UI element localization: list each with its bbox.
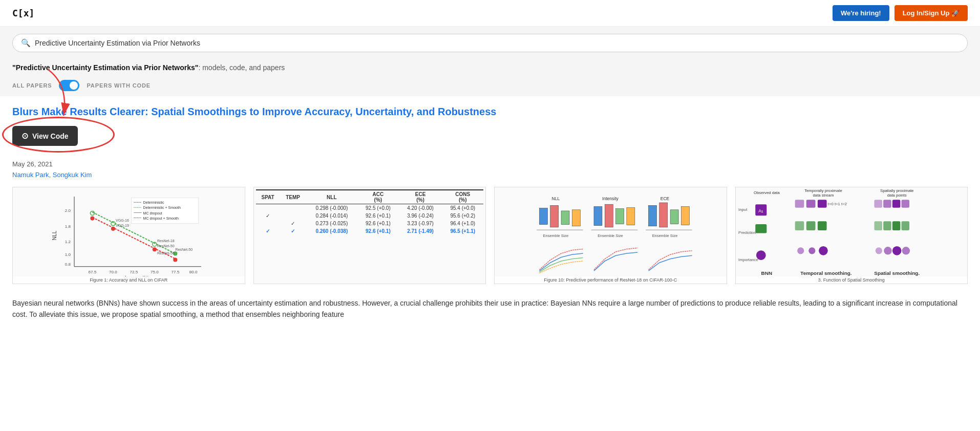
paper-abstract: Bayesian neural networks (BNNs) have sho… [12, 292, 968, 320]
header-buttons: We're hiring! Log In/Sign Up 🚀 [833, 5, 968, 21]
table-row: ✓ 0.273 (-0.025) 92.6 (+0.1) 3.23 (-0.97… [256, 220, 484, 227]
svg-text:Ensemble Size: Ensemble Size [543, 233, 569, 238]
view-code-button[interactable]: ⊙ View Code [12, 126, 78, 146]
svg-point-94 [884, 247, 891, 254]
svg-point-20 [90, 217, 94, 221]
fig3-caption: Figure 10: Predictive performance of Res… [495, 276, 727, 284]
hiring-button[interactable]: We're hiring! [833, 5, 889, 21]
svg-text:data stream: data stream [813, 193, 834, 198]
col-acc: ACC(%) [357, 190, 399, 204]
fig4-caption: 3. Function of Spatial Smoothing [736, 276, 968, 284]
svg-text:Ensemble Size: Ensemble Size [598, 233, 623, 238]
svg-rect-49 [627, 208, 635, 225]
svg-text:72.5: 72.5 [130, 270, 138, 274]
table-row: 0.298 (-0.000) 92.5 (+0.0) 4.20 (-0.00) … [256, 204, 484, 212]
svg-text:67.5: 67.5 [89, 270, 97, 274]
svg-rect-86 [883, 221, 891, 230]
svg-text:2.0: 2.0 [65, 208, 71, 213]
svg-text:NLL: NLL [552, 196, 560, 201]
svg-text:ResNet-18: ResNet-18 [157, 239, 175, 243]
svg-text:Deterministic: Deterministic [143, 201, 164, 205]
svg-rect-45 [572, 210, 581, 226]
col-nll: NLL [306, 190, 358, 204]
filter-row: ALL PAPERS PAPERS WITH CODE [0, 75, 980, 96]
svg-text:80.0: 80.0 [189, 270, 198, 274]
search-input[interactable] [35, 39, 959, 47]
svg-text:A₁: A₁ [758, 208, 763, 213]
svg-rect-77 [901, 200, 909, 207]
logo: C[x] [12, 8, 34, 18]
svg-point-21 [111, 227, 115, 231]
svg-text:Prediction: Prediction [738, 230, 756, 235]
svg-rect-87 [892, 221, 900, 230]
svg-text:Spatial smoothing.: Spatial smoothing. [874, 270, 920, 276]
svg-point-93 [875, 247, 882, 254]
svg-point-89 [756, 251, 765, 260]
svg-rect-42 [540, 208, 548, 225]
svg-rect-81 [755, 224, 766, 233]
svg-rect-85 [874, 221, 882, 230]
svg-point-95 [892, 246, 901, 255]
svg-text:77.5: 77.5 [171, 270, 179, 274]
svg-rect-51 [659, 203, 668, 227]
svg-rect-75 [883, 200, 891, 207]
svg-text:75.0: 75.0 [151, 270, 159, 274]
svg-text:MC dropout: MC dropout [143, 211, 162, 216]
svg-point-22 [153, 247, 157, 251]
col-ece: ECE(%) [399, 190, 442, 204]
search-icon: 🔍 [21, 38, 31, 48]
col-temp: TEMP [280, 190, 306, 204]
figure-3: NLL Intensity ECE [494, 187, 727, 284]
paper-date: May 26, 2021 [12, 160, 968, 168]
svg-text:1.2: 1.2 [65, 240, 71, 244]
svg-rect-70 [795, 200, 804, 207]
svg-text:Temporally proximate: Temporally proximate [804, 188, 842, 193]
figure-4: Observed data Temporally proximate data … [735, 187, 968, 284]
svg-text:1.0: 1.0 [65, 252, 71, 257]
svg-text:VGG-19: VGG-19 [116, 224, 129, 228]
login-button[interactable]: Log In/Sign Up 🚀 [894, 5, 968, 21]
col-spat: SPAT [256, 190, 280, 204]
svg-rect-88 [901, 221, 909, 230]
svg-rect-52 [670, 210, 678, 224]
svg-text:0.8: 0.8 [65, 262, 71, 267]
query-rest: : models, code, and papers [198, 63, 285, 72]
paper-authors[interactable]: Namuk Park, Songkuk Kim [12, 171, 968, 179]
svg-text:ResNet-50: ResNet-50 [175, 248, 193, 252]
papers-with-code-toggle[interactable] [59, 80, 79, 91]
svg-text:1.8: 1.8 [65, 224, 71, 229]
svg-text:t=0  t=1  t=2: t=0 t=1 t=2 [827, 202, 846, 206]
svg-text:Temporal smoothing.: Temporal smoothing. [800, 270, 852, 276]
table-row: ✓ 0.284 (-0.014) 92.6 (+0.1) 3.96 (-0.24… [256, 212, 484, 220]
svg-rect-83 [806, 221, 815, 230]
fig4-diagram: Observed data Temporally proximate data … [736, 187, 968, 284]
figure-2: SPAT TEMP NLL ACC(%) ECE(%) CONS(%) 0. [253, 187, 486, 284]
svg-text:Intensity: Intensity [602, 196, 619, 201]
svg-point-90 [797, 247, 804, 254]
search-bar: 🔍 [12, 34, 968, 52]
filter-all-papers: ALL PAPERS [12, 82, 52, 89]
svg-rect-50 [649, 205, 657, 226]
svg-rect-74 [874, 200, 882, 207]
svg-rect-53 [681, 207, 690, 225]
svg-point-91 [808, 247, 815, 254]
svg-text:Importance: Importance [738, 257, 758, 262]
header: C[x] We're hiring! Log In/Sign Up 🚀 [0, 0, 980, 27]
svg-text:BNN: BNN [761, 270, 772, 276]
svg-text:ResNet-50: ResNet-50 [157, 244, 175, 248]
fig3-placeholder: NLL Intensity ECE [495, 187, 727, 284]
paper-title[interactable]: Blurs Make Results Clearer: Spatial Smoo… [12, 104, 968, 119]
btn-row: ⊙ View Code [12, 126, 78, 153]
svg-text:ResNet-50: ResNet-50 [157, 251, 175, 255]
figures-row: NLL 2.0 1.8 1.2 1.0 0.8 67.5 70.0 72.5 7… [12, 187, 968, 284]
svg-text:Deterministic + Smooth: Deterministic + Smooth [143, 206, 181, 210]
svg-point-23 [173, 258, 177, 262]
results-header: "Predictive Uncertainty Estimation via P… [0, 57, 980, 75]
svg-rect-43 [550, 205, 559, 227]
svg-rect-72 [817, 200, 826, 207]
fig2-table: SPAT TEMP NLL ACC(%) ECE(%) CONS(%) 0. [254, 187, 486, 284]
fig1-caption: Figure 1: Accuracy and NLL on CIFAR [13, 276, 245, 284]
col-cons: CONS(%) [442, 190, 483, 204]
svg-text:Observed data: Observed data [754, 190, 780, 195]
search-bar-wrap: 🔍 [0, 27, 980, 57]
